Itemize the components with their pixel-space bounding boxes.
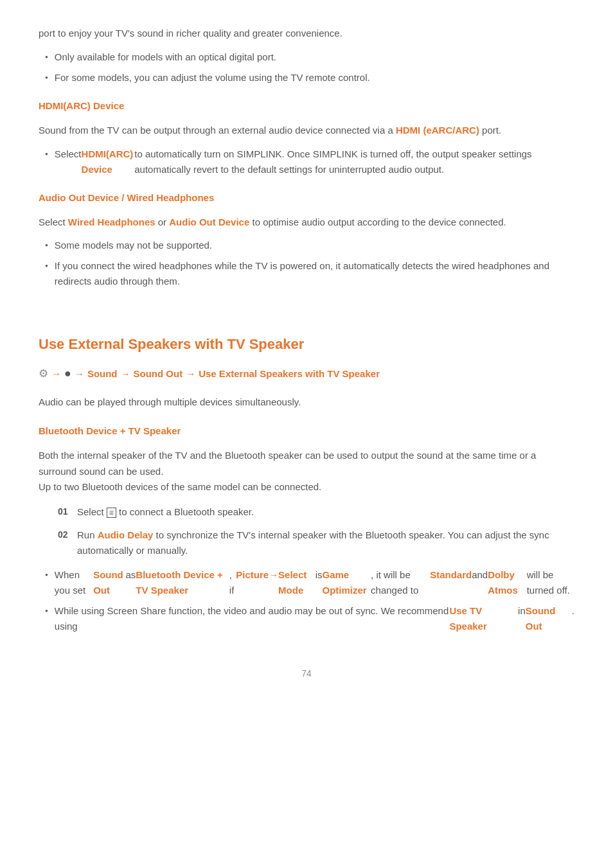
step-2-pre: Run [77, 529, 98, 540]
bt-b1-accent3: Picture [236, 567, 269, 583]
bt-b1-accent2: Bluetooth Device + TV Speaker [136, 567, 229, 598]
bluetooth-bullet-list: When you set Sound Out as Bluetooth Devi… [45, 567, 574, 634]
intro-bullet-list: Only available for models with an optica… [45, 49, 574, 85]
bt-b1-br-mid: , it will be changed to [371, 567, 430, 598]
nav-arrow-1: → [51, 366, 61, 382]
gear-icon: ⚙ [39, 365, 48, 382]
audio-out-para-mid: or [155, 217, 170, 227]
step-1-post: to connect a Bluetooth speaker. [116, 506, 254, 517]
hdmi-bullet-list: Select HDMI(ARC) Device to automatically… [45, 146, 574, 177]
external-speakers-intro: Audio can be played through multiple dev… [39, 394, 574, 411]
page-container: port to enjoy your TV's sound in richer … [0, 0, 613, 868]
audio-out-para-accent2: Audio Out Device [169, 217, 249, 227]
bt-b2-accent2: Sound Out [526, 603, 572, 634]
bluetooth-bullet-2: While using Screen Share function, the v… [45, 603, 574, 634]
hdmi-para-post: port. [479, 125, 501, 136]
external-speakers-section: Use External Speakers with TV Speaker ⚙ … [39, 307, 574, 411]
nav-path: ⚙ → ● → Sound → Sound Out → Use External… [39, 364, 574, 383]
info-icon: ● [64, 364, 71, 383]
bt-b1-accent5: Game Optimizer [322, 567, 371, 598]
bluetooth-steps: 01 Select ≡ to connect a Bluetooth speak… [58, 504, 574, 558]
audio-out-heading-sep: / [119, 192, 127, 203]
bt-b1-arrow: → [269, 567, 278, 583]
hdmi-bullet-1: Select HDMI(ARC) Device to automatically… [45, 146, 574, 177]
bluetooth-paragraph: Both the internal speaker of the TV and … [39, 448, 574, 495]
bt-b1-pre: When you set [55, 567, 93, 598]
hdmi-heading: HDMI(ARC) Device [39, 98, 574, 114]
audio-out-para-pre: Select [39, 217, 68, 227]
bluetooth-heading: Bluetooth Device + TV Speaker [39, 423, 574, 439]
hdmi-bullet-pre: Select [55, 146, 82, 162]
nav-label-sound: Sound [87, 366, 118, 382]
bt-b2-pre: While using Screen Share function, the v… [55, 603, 450, 634]
bt-b1-mid2: , if [229, 567, 236, 598]
bt-b2-post: . [572, 603, 574, 619]
intro-bullet-1: Only available for models with an optica… [45, 49, 574, 65]
bluetooth-step-2: 02 Run Audio Delay to synchronize the TV… [58, 527, 574, 558]
intro-text: port to enjoy your TV's sound in richer … [39, 26, 574, 42]
audio-out-heading: Audio Out Device / Wired Headphones [39, 190, 574, 206]
bt-b2-mid: in [518, 603, 526, 619]
audio-out-paragraph: Select Wired Headphones or Audio Out Dev… [39, 215, 574, 231]
step-2-accent: Audio Delay [98, 529, 154, 540]
hdmi-para-pre: Sound from the TV can be output through … [39, 125, 396, 136]
menu-icon: ≡ [107, 508, 116, 518]
bluetooth-bullet-1: When you set Sound Out as Bluetooth Devi… [45, 567, 574, 598]
step-num-2: 02 [58, 527, 77, 542]
hdmi-bullet-post: to automatically turn on SIMPLINK. Once … [134, 146, 574, 177]
step-1-pre: Select [77, 506, 107, 517]
nav-arrow-2: → [75, 366, 84, 382]
step-2-content: Run Audio Delay to synchronize the TV's … [77, 527, 574, 558]
bt-b1-br-pre: is [315, 567, 323, 583]
bt-b2-accent1: Use TV Speaker [449, 603, 518, 634]
nav-arrow-4: → [186, 366, 195, 382]
bt-b1-accent6: Standard [430, 567, 472, 583]
audio-out-bullet-2: If you connect the wired headphones whil… [45, 258, 574, 289]
bt-b1-br-end: will be turned off. [527, 567, 574, 598]
step-num-1: 01 [58, 504, 77, 518]
step-1-content: Select ≡ to connect a Bluetooth speaker. [77, 504, 254, 520]
audio-out-heading-part1: Audio Out Device [39, 192, 119, 203]
bt-b1-mid1: as [126, 567, 136, 583]
hdmi-bullet-accent: HDMI(ARC) Device [82, 146, 135, 177]
hdmi-para-accent: HDMI (eARC/ARC) [396, 125, 479, 136]
audio-out-bullet-list: Some models may not be supported. If you… [45, 238, 574, 289]
external-speakers-heading: Use External Speakers with TV Speaker [39, 333, 574, 355]
hdmi-paragraph: Sound from the TV can be output through … [39, 123, 574, 139]
nav-label-sound-out: Sound Out [134, 366, 183, 382]
page-number: 74 [39, 666, 574, 680]
audio-out-heading-part2: Wired Headphones [127, 192, 215, 203]
nav-arrow-3: → [121, 366, 130, 382]
bt-b1-accent4: Select Mode [278, 567, 315, 598]
bt-b1-accent1: Sound Out [93, 567, 125, 598]
bt-b1-accent7: Dolby Atmos [488, 567, 526, 598]
audio-out-bullet-1: Some models may not be supported. [45, 238, 574, 253]
audio-out-para-post: to optimise audio output according to th… [249, 217, 506, 227]
intro-bullet-2: For some models, you can adjust the volu… [45, 70, 574, 85]
nav-label-use-external: Use External Speakers with TV Speaker [199, 366, 380, 382]
audio-out-para-accent1: Wired Headphones [68, 217, 155, 227]
bluetooth-section: Bluetooth Device + TV Speaker Both the i… [39, 423, 574, 634]
bt-b1-br-end-pre: and [472, 567, 488, 583]
bluetooth-step-1: 01 Select ≡ to connect a Bluetooth speak… [58, 504, 574, 520]
